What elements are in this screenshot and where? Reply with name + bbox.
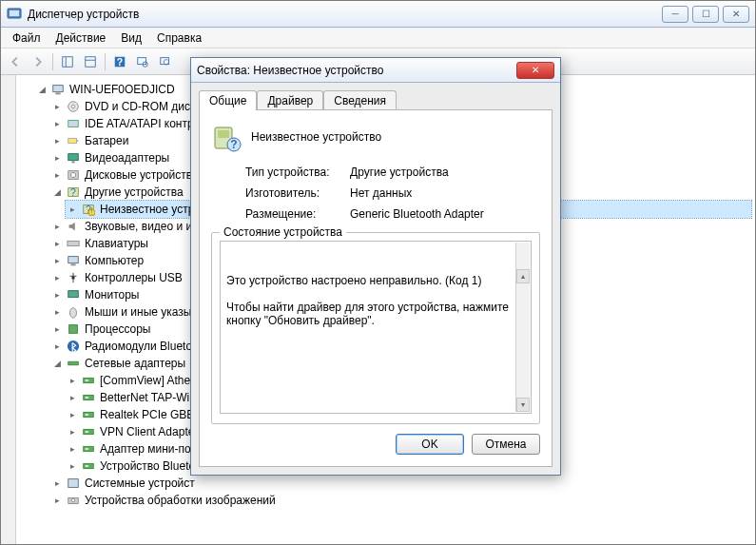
scan-button[interactable] bbox=[132, 51, 153, 72]
menu-action[interactable]: Действие bbox=[48, 29, 114, 47]
device-status-group: Состояние устройства Это устройство наст… bbox=[211, 232, 540, 424]
device-icon: ? bbox=[211, 122, 242, 152]
svg-rect-32 bbox=[68, 291, 79, 298]
device-status-text[interactable]: Это устройство настроено неправильно. (К… bbox=[220, 241, 532, 414]
help-button[interactable]: ? bbox=[109, 51, 130, 72]
expand-icon[interactable]: ▸ bbox=[52, 478, 62, 488]
expand-icon[interactable]: ▸ bbox=[68, 410, 77, 419]
tab-details[interactable]: Сведения bbox=[323, 90, 397, 110]
sound-icon bbox=[66, 219, 81, 234]
system-icon bbox=[66, 476, 81, 491]
forward-button[interactable] bbox=[28, 51, 48, 72]
expand-icon[interactable]: ▸ bbox=[52, 222, 62, 231]
expand-icon[interactable]: ▸ bbox=[52, 256, 62, 265]
scroll-down-button[interactable]: ▾ bbox=[516, 398, 530, 412]
expand-icon[interactable]: ▸ bbox=[52, 102, 62, 111]
expand-icon[interactable]: ▸ bbox=[68, 461, 77, 471]
ok-button[interactable]: OK bbox=[396, 434, 464, 455]
cancel-button[interactable]: Отмена bbox=[472, 434, 540, 455]
tree-label: Устройство Blueto bbox=[100, 457, 195, 475]
ide-icon bbox=[66, 116, 81, 131]
tree-label: Радиомодули Blueto bbox=[85, 338, 192, 355]
expand-icon[interactable]: ▸ bbox=[52, 119, 62, 128]
svg-point-14 bbox=[71, 105, 75, 108]
nic-icon bbox=[81, 390, 96, 405]
minimize-button[interactable]: ─ bbox=[662, 6, 688, 23]
expand-icon[interactable]: ▸ bbox=[68, 444, 77, 454]
tree-label: Неизвестное устро bbox=[100, 201, 201, 218]
svg-rect-11 bbox=[53, 86, 64, 92]
tree-label: DVD и CD-ROM диск bbox=[85, 98, 195, 115]
other-icon: ? bbox=[66, 185, 81, 200]
hdd-icon bbox=[66, 167, 81, 183]
tree-node[interactable]: ▸Устройства обработки изображений bbox=[50, 492, 751, 509]
expand-icon[interactable]: ▸ bbox=[52, 324, 62, 334]
status-scrollbar[interactable]: ▴ ▾ bbox=[515, 243, 530, 412]
dialog-title: Свойства: Неизвестное устройство bbox=[197, 64, 516, 77]
collapse-icon[interactable]: ◢ bbox=[52, 359, 62, 368]
bluetooth-icon bbox=[66, 339, 81, 354]
scroll-up-button[interactable]: ▴ bbox=[516, 269, 530, 283]
tree-label: Клавиатуры bbox=[85, 235, 148, 252]
titlebar[interactable]: Диспетчер устройств ─ ☐ ✕ bbox=[1, 1, 755, 28]
tree-label: Системные устройст bbox=[85, 475, 195, 492]
dialog-titlebar[interactable]: Свойства: Неизвестное устройство ✕ bbox=[191, 58, 560, 83]
svg-rect-19 bbox=[71, 162, 75, 164]
refresh-button[interactable] bbox=[155, 51, 176, 72]
svg-point-51 bbox=[71, 498, 75, 502]
unknown-icon: ?! bbox=[81, 202, 96, 217]
svg-rect-1 bbox=[10, 10, 19, 16]
tree-node[interactable]: ▸Системные устройст bbox=[50, 475, 751, 492]
network-icon bbox=[66, 356, 81, 371]
expand-icon[interactable]: ▸ bbox=[68, 376, 77, 385]
maximize-button[interactable]: ☐ bbox=[692, 6, 719, 23]
svg-rect-42 bbox=[86, 414, 89, 416]
expand-icon[interactable]: ▸ bbox=[52, 496, 62, 505]
svg-point-35 bbox=[68, 341, 79, 352]
close-button[interactable]: ✕ bbox=[723, 6, 749, 23]
menubar: Файл Действие Вид Справка bbox=[1, 28, 755, 49]
svg-rect-2 bbox=[63, 56, 73, 67]
collapse-icon[interactable]: ◢ bbox=[52, 187, 62, 197]
expand-icon[interactable]: ▸ bbox=[52, 153, 62, 163]
svg-point-33 bbox=[70, 308, 77, 319]
svg-rect-36 bbox=[68, 361, 79, 365]
back-button[interactable] bbox=[5, 51, 26, 72]
menu-file[interactable]: Файл bbox=[5, 29, 48, 47]
svg-text:?: ? bbox=[70, 186, 76, 198]
expand-icon[interactable]: ▸ bbox=[52, 239, 62, 248]
cpu-icon bbox=[66, 321, 81, 337]
svg-rect-28 bbox=[68, 241, 79, 245]
label-location: Размещение: bbox=[245, 207, 350, 221]
expand-icon[interactable]: ▸ bbox=[52, 290, 62, 300]
expand-icon[interactable]: ▸ bbox=[68, 393, 77, 402]
expand-icon[interactable]: ▸ bbox=[52, 341, 62, 351]
keyboard-icon bbox=[66, 236, 81, 251]
tab-driver[interactable]: Драйвер bbox=[257, 90, 323, 110]
svg-rect-29 bbox=[68, 257, 79, 263]
menu-help[interactable]: Справка bbox=[149, 29, 209, 47]
expand-icon[interactable]: ▸ bbox=[68, 427, 77, 437]
label-manufacturer: Изготовитель: bbox=[245, 186, 350, 200]
tree-label: Адаптер мини-по bbox=[100, 440, 191, 457]
collapse-icon[interactable]: ◢ bbox=[37, 85, 47, 94]
svg-text:?: ? bbox=[230, 138, 237, 151]
mouse-icon bbox=[66, 304, 81, 320]
expand-icon[interactable]: ▸ bbox=[52, 136, 62, 146]
svg-rect-53 bbox=[218, 130, 229, 138]
expand-icon[interactable]: ▸ bbox=[52, 307, 62, 317]
expand-icon[interactable]: ▸ bbox=[52, 170, 62, 180]
tab-general[interactable]: Общие bbox=[199, 90, 257, 110]
svg-rect-40 bbox=[86, 397, 89, 399]
tree-label: WIN-UEF0OEDJICD bbox=[69, 81, 175, 98]
properties-dialog: Свойства: Неизвестное устройство ✕ Общие… bbox=[190, 57, 561, 476]
dialog-close-button[interactable]: ✕ bbox=[516, 62, 554, 79]
tree-label: [CommView] Ather bbox=[100, 372, 194, 389]
properties-button[interactable] bbox=[80, 51, 101, 72]
menu-view[interactable]: Вид bbox=[113, 29, 149, 47]
expand-icon[interactable]: ▸ bbox=[52, 273, 62, 282]
tree-label: Сетевые адаптеры bbox=[85, 355, 185, 372]
device-status-label: Состояние устройства bbox=[220, 225, 346, 239]
expand-icon[interactable]: ▸ bbox=[68, 204, 77, 214]
show-hide-tree-button[interactable] bbox=[57, 51, 78, 72]
